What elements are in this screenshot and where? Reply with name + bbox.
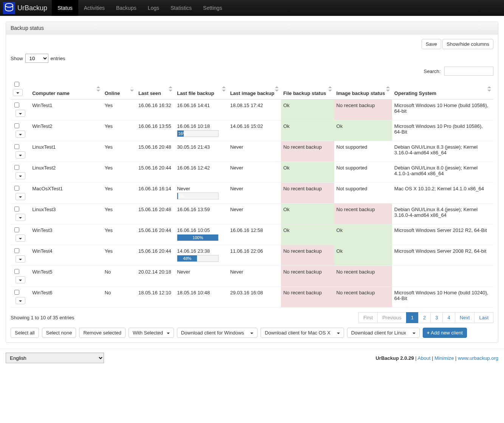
- page-last[interactable]: Last: [474, 312, 493, 323]
- row-actions-dropdown[interactable]: [16, 151, 25, 159]
- add-new-client-button[interactable]: + Add new client: [423, 328, 467, 338]
- row-actions-dropdown[interactable]: [16, 131, 25, 138]
- row-actions-dropdown[interactable]: [16, 214, 25, 221]
- nav-tabs: StatusActivitiesBackupsLogsStatisticsSet…: [52, 0, 228, 16]
- download-windows-dropdown[interactable]: Download client for Windows: [177, 328, 258, 338]
- status-cell: Ok: [334, 120, 392, 141]
- row-checkbox[interactable]: [14, 207, 19, 212]
- operating-system: [392, 266, 493, 287]
- remove-selected-button[interactable]: Remove selected: [79, 328, 125, 338]
- download-linux-dropdown[interactable]: Download client for Linux: [347, 328, 420, 338]
- operating-system: Debian GNU/Linux 8.3 (jessie); Kernel 3.…: [392, 141, 493, 162]
- computer-name: WinTest1: [30, 100, 102, 120]
- with-selected-dropdown[interactable]: With Selected: [129, 328, 174, 338]
- online: Yes: [102, 120, 136, 141]
- header-actions-dropdown[interactable]: [13, 89, 23, 96]
- nav-activities[interactable]: Activities: [78, 0, 110, 16]
- last-file-backup: 14.06.16 23:3848%: [175, 245, 228, 266]
- nav-logs[interactable]: Logs: [142, 0, 165, 16]
- online: Yes: [102, 204, 136, 224]
- page-3[interactable]: 3: [430, 312, 443, 323]
- row-actions-dropdown[interactable]: [16, 193, 25, 200]
- last-file-backup: 16.06.16 10:05100%: [175, 224, 228, 245]
- row-checkbox[interactable]: [14, 144, 19, 149]
- computer-name: WinTest2: [30, 120, 102, 141]
- progress-bar: 100%: [177, 234, 219, 241]
- online: Yes: [102, 162, 136, 183]
- row-actions-dropdown[interactable]: [16, 110, 25, 117]
- row-actions-dropdown[interactable]: [16, 172, 25, 179]
- table-row: MacOsXTest1Yes16.06.16 16:14Never0%Never…: [11, 183, 493, 204]
- length-label-show: Show: [11, 56, 23, 61]
- select-all-checkbox[interactable]: [14, 82, 19, 87]
- row-checkbox[interactable]: [14, 123, 19, 128]
- row-checkbox[interactable]: [14, 290, 19, 295]
- last-file-backup: 16.06.16 12:42: [175, 162, 228, 183]
- footer-site-link[interactable]: www.urbackup.org: [458, 355, 498, 361]
- column-header[interactable]: Last image backup: [228, 79, 281, 100]
- last-image-backup: Never: [228, 204, 281, 224]
- table-row: WinTest1Yes16.06.16 16:3216.06.16 14:411…: [11, 100, 493, 120]
- show-hide-columns-button[interactable]: Show/hide columns: [442, 39, 493, 49]
- nav-statistics[interactable]: Statistics: [165, 0, 197, 16]
- nav-settings[interactable]: Settings: [197, 0, 228, 16]
- page-next[interactable]: Next: [455, 312, 475, 323]
- sort-icon: [328, 86, 332, 92]
- last-image-backup: 29.03.16 16:08: [228, 287, 281, 308]
- last-file-backup: Never: [175, 266, 228, 287]
- row-checkbox[interactable]: [14, 186, 19, 191]
- last-file-backup: 18.05.16 10:48: [175, 287, 228, 308]
- progress-bar: 0%: [177, 193, 219, 199]
- status-cell: No recent backup: [334, 204, 392, 224]
- nav-backups[interactable]: Backups: [110, 0, 142, 16]
- length-select[interactable]: 10: [25, 54, 48, 63]
- last-file-backup: 16.06.16 10:1816%: [175, 120, 228, 141]
- row-actions-dropdown[interactable]: [16, 276, 25, 283]
- last-seen: 16.06.16 16:32: [136, 100, 175, 120]
- operating-system: Microsoft Windows 10 Pro (build 10586), …: [392, 120, 493, 141]
- computer-name: LinuxTest2: [30, 162, 102, 183]
- status-cell: No recent backup: [334, 266, 392, 287]
- last-image-backup: Never: [228, 162, 281, 183]
- last-seen: 15.06.16 20:44: [136, 224, 175, 245]
- row-actions-dropdown[interactable]: [16, 297, 25, 304]
- row-checkbox[interactable]: [14, 103, 19, 107]
- column-header[interactable]: Image backup status: [334, 79, 392, 100]
- row-checkbox[interactable]: [14, 269, 19, 274]
- page-2[interactable]: 2: [418, 312, 431, 323]
- search-label: Search:: [424, 68, 441, 74]
- row-checkbox[interactable]: [14, 248, 19, 253]
- page-1[interactable]: 1: [406, 312, 419, 323]
- status-cell: Ok: [334, 224, 392, 245]
- last-seen: 18.05.16 12:10: [136, 287, 175, 308]
- brand-icon: [3, 2, 15, 14]
- nav-status[interactable]: Status: [52, 0, 78, 16]
- brand-link[interactable]: UrBackup: [0, 0, 52, 16]
- operating-system: Microsoft Windows 10 Home (build 10240),…: [392, 287, 493, 308]
- row-checkbox[interactable]: [14, 227, 19, 232]
- column-header[interactable]: Operating System: [392, 79, 493, 100]
- row-checkbox[interactable]: [14, 165, 19, 170]
- table-row: WinTest5No20.02.14 20:18NeverNeverNo rec…: [11, 266, 493, 287]
- page-4[interactable]: 4: [442, 312, 455, 323]
- online: No: [102, 266, 136, 287]
- last-image-backup: Never: [228, 141, 281, 162]
- sort-icon: [130, 86, 134, 92]
- table-row: WinTest6No18.05.16 12:1018.05.16 10:4829…: [11, 287, 493, 308]
- column-header[interactable]: Last file backup: [175, 79, 228, 100]
- column-header[interactable]: Online: [102, 79, 136, 100]
- select-none-button[interactable]: Select none: [42, 328, 76, 338]
- download-mac-dropdown[interactable]: Download client for Mac OS X: [261, 328, 344, 338]
- row-actions-dropdown[interactable]: [16, 255, 25, 263]
- footer-minimize-link[interactable]: Minimize: [434, 355, 454, 361]
- save-button[interactable]: Save: [422, 39, 441, 49]
- search-input[interactable]: [444, 67, 493, 76]
- status-cell: Ok: [334, 245, 392, 266]
- select-all-button[interactable]: Select all: [11, 328, 39, 338]
- row-actions-dropdown[interactable]: [16, 235, 25, 242]
- language-select[interactable]: English: [6, 353, 104, 363]
- footer-about-link[interactable]: About: [418, 355, 431, 361]
- column-header[interactable]: Computer name: [30, 79, 102, 100]
- column-header[interactable]: File backup status: [281, 79, 334, 100]
- column-header[interactable]: Last seen: [136, 79, 175, 100]
